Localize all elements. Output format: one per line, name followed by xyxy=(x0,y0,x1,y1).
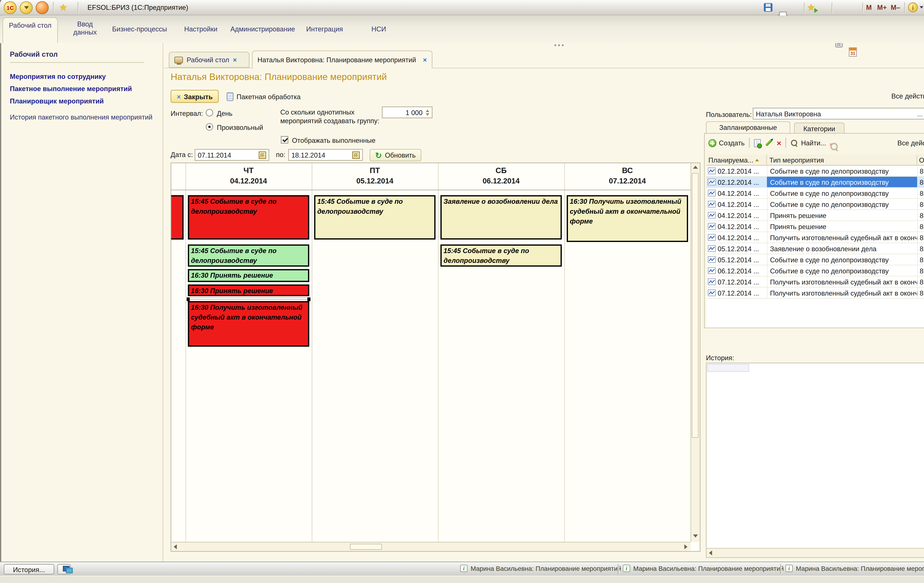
service-menu-button[interactable] xyxy=(36,1,49,14)
calendar-event[interactable]: 16:30 Получить изготовленный судебный ак… xyxy=(567,195,688,242)
calendar-event[interactable]: 16:30 Принять решение xyxy=(188,285,309,296)
table-row[interactable]: 04.12.2014 ... Событие в суде по делопро… xyxy=(706,188,924,199)
memory-m-minus-button[interactable]: M– xyxy=(891,4,900,11)
scrollbar-thumb[interactable] xyxy=(692,173,698,438)
save-icon[interactable] xyxy=(764,3,772,12)
scroll-left-icon[interactable] xyxy=(174,544,177,549)
event-resize-handle[interactable] xyxy=(188,297,309,300)
window-bottom-edge xyxy=(0,576,924,583)
delete-icon[interactable]: × xyxy=(777,139,781,147)
memory-m-button[interactable]: M xyxy=(866,4,872,11)
date-picker-icon[interactable] xyxy=(259,151,266,158)
scroll-left-icon[interactable] xyxy=(709,550,712,555)
calendar-event[interactable]: 15:45 Событие в суде по делопроизводству xyxy=(188,244,309,267)
menu-tab-data-entry[interactable]: Ввод данных xyxy=(66,20,104,36)
scroll-down-icon[interactable] xyxy=(693,534,698,538)
date-picker-icon[interactable] xyxy=(352,151,360,158)
calendar-event[interactable]: 15:45 Событие в суде по делопроизводству xyxy=(441,244,562,267)
menu-tab-administration[interactable]: Администрирование xyxy=(231,25,295,33)
close-form-button[interactable]: × Закрыть xyxy=(171,90,219,103)
date-to-input[interactable]: 18.12.2014 xyxy=(288,149,363,161)
table-row[interactable]: 04.12.2014 ... Принять решение 85... xyxy=(706,221,924,232)
info-dropdown-icon[interactable] xyxy=(920,6,924,8)
table-row[interactable]: 04.12.2014 ... Событие в суде по делопро… xyxy=(706,199,924,210)
close-tab-icon[interactable]: × xyxy=(233,56,237,63)
sidebar-item-events-by-employee[interactable]: Мероприятия по сотруднику xyxy=(10,72,106,80)
sidebar-item-batch-execution[interactable]: Пакетное выполнение мероприятий xyxy=(10,85,132,92)
table-row[interactable]: 07.12.2014 ... Получить изготовленный су… xyxy=(706,288,924,299)
calendar-vertical-scrollbar[interactable] xyxy=(691,163,700,542)
edit-icon[interactable] xyxy=(765,139,772,146)
batch-processing-button[interactable]: Пакетная обработка xyxy=(224,90,303,103)
calendar-event[interactable]: 15:45 Событие в суде по делопроизводству xyxy=(188,195,309,240)
find-button[interactable]: Найти... xyxy=(790,139,826,147)
radio-day[interactable] xyxy=(206,109,213,116)
scrollbar-thumb[interactable] xyxy=(350,543,382,550)
radio-custom[interactable] xyxy=(206,123,213,131)
calendar-horizontal-scrollbar[interactable] xyxy=(171,542,691,551)
main-menu-button[interactable] xyxy=(20,1,33,14)
tab-desktop[interactable]: Рабочий стол × xyxy=(169,52,249,68)
calendar-event[interactable]: 16:30 Получить изготовленный судебный ак… xyxy=(188,301,309,347)
column-event-type[interactable]: Тип мероприятия xyxy=(767,155,917,165)
table-row[interactable]: 02.12.2014 ... Событие в суде по делопро… xyxy=(706,166,924,177)
add-favorite-icon[interactable]: ★ xyxy=(807,2,815,12)
copy-icon[interactable] xyxy=(754,139,761,147)
table-row[interactable]: 06.12.2014 ... Событие в суде по делопро… xyxy=(706,265,924,277)
sidebar-item-event-planner[interactable]: Планировщик мероприятий xyxy=(10,97,104,105)
create-button[interactable]: Создать xyxy=(708,139,744,147)
calendar-event-spill[interactable] xyxy=(171,195,184,240)
radio-day-label[interactable]: День xyxy=(217,110,233,117)
table-row[interactable]: 07.12.2014 ... Получить изготовленный су… xyxy=(706,277,924,288)
calendar-event[interactable]: 16:30 Принять решение xyxy=(188,269,309,282)
table-row[interactable]: 05.12.2014 ... Заявление о возобновлении… xyxy=(706,243,924,254)
tab-planned[interactable]: Запланированные xyxy=(706,121,790,134)
user-input[interactable]: Наталья Викторовна ... xyxy=(753,108,924,119)
show-completed-checkbox[interactable] xyxy=(281,136,288,143)
date-from-input[interactable]: 07.11.2014 xyxy=(195,149,269,161)
ellipsis-button[interactable]: ... xyxy=(917,110,923,117)
calendar-event[interactable]: Заявление о возобновлении дела xyxy=(441,195,562,240)
search-icon xyxy=(791,140,798,146)
table-row[interactable]: 04.12.2014 ... Принять решение 85... xyxy=(706,210,924,221)
menu-tab-desktop[interactable]: Рабочий стол xyxy=(2,17,58,43)
table-row-selected[interactable]: 02.12.2014 ... Событие в суде по делопро… xyxy=(706,177,924,188)
close-tab-icon[interactable]: × xyxy=(423,56,427,63)
show-completed-label[interactable]: Отображать выполненные xyxy=(292,137,376,144)
menu-tab-settings[interactable]: Настройки xyxy=(184,25,218,33)
menu-tab-nsi[interactable]: НСИ xyxy=(371,25,386,33)
memory-m-plus-button[interactable]: M+ xyxy=(877,4,887,11)
favorites-star-icon[interactable]: ★ xyxy=(59,2,68,12)
refresh-button[interactable]: ↻ Обновить xyxy=(370,149,421,161)
tab-categories[interactable]: Категории xyxy=(794,122,845,133)
spin-up-icon[interactable] xyxy=(426,109,429,112)
spin-down-icon[interactable] xyxy=(426,113,429,115)
calendar-event[interactable]: 15:45 Событие в суде по делопроизводству xyxy=(314,195,436,240)
splitter-grip-dots[interactable] xyxy=(554,44,556,46)
info-button[interactable]: i xyxy=(908,2,918,12)
scroll-up-icon[interactable] xyxy=(693,166,698,169)
history-horizontal-scrollbar[interactable] xyxy=(706,548,924,557)
sidebar-item-batch-history[interactable]: История пакетного выполнения мероприятий xyxy=(10,113,152,120)
panel-all-actions-button[interactable]: Все действия xyxy=(898,139,924,147)
menu-tab-business-processes[interactable]: Бизнес-процессы xyxy=(112,25,167,33)
status-notification[interactable]: i Марина Васильевна: Планирование меропр… xyxy=(785,565,924,572)
history-empty-cell[interactable] xyxy=(707,364,749,372)
spinner[interactable] xyxy=(426,109,429,115)
table-row[interactable]: 04.12.2014 ... Получить изготовленный су… xyxy=(706,232,924,243)
windows-switch-button[interactable] xyxy=(57,564,71,575)
all-actions-button[interactable]: Все действия xyxy=(891,92,924,100)
radio-custom-label[interactable]: Произвольный xyxy=(217,124,263,131)
tab-event-planning[interactable]: Наталья Викторовна: Планирование меропри… xyxy=(252,50,432,68)
status-notification[interactable]: i Марина Васильевна: Планирование меропр… xyxy=(623,565,784,572)
status-notification[interactable]: i Марина Васильевна: Планирование меропр… xyxy=(460,565,621,572)
group-threshold-input[interactable]: 1 000 xyxy=(382,107,432,118)
scroll-right-icon[interactable] xyxy=(684,544,688,549)
column-planned-date[interactable]: Планируема... xyxy=(706,155,767,165)
column-o[interactable]: О... xyxy=(917,155,924,165)
table-row[interactable]: 05.12.2014 ... Событие в суде по делопро… xyxy=(706,254,924,265)
history-button[interactable]: История... xyxy=(4,564,54,575)
1c-logo-icon[interactable]: 1С xyxy=(4,1,16,14)
menu-tab-integration[interactable]: Интеграция xyxy=(306,25,343,33)
calendar-icon[interactable]: 31 xyxy=(849,48,857,57)
